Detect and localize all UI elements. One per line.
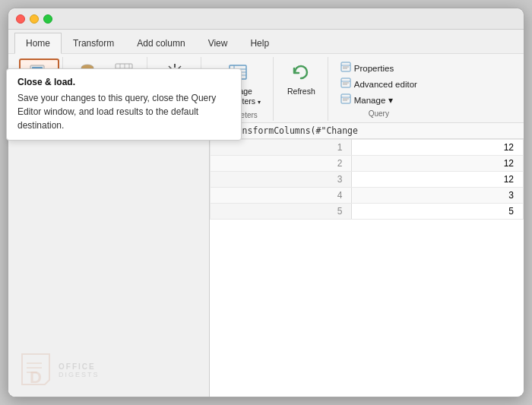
watermark: D OFFICE DIGESTS	[16, 351, 100, 389]
refresh-label: Refresh	[287, 87, 315, 97]
row-value: 5	[352, 204, 524, 220]
svg-text:D: D	[30, 368, 42, 387]
tooltip-description: Save your changes to this query, close t…	[17, 91, 230, 132]
row-number: 2	[211, 156, 352, 172]
ribbon: Home Transform Add column View Help	[8, 30, 524, 123]
table-row: 55	[211, 204, 524, 220]
query-group: Properties Advanced editor	[330, 57, 428, 121]
close-button[interactable]	[16, 14, 25, 24]
row-number: 1	[211, 140, 352, 156]
advanced-editor-icon	[340, 78, 351, 90]
ribbon-tabs: Home Transform Add column View Help	[8, 30, 524, 54]
manage-button[interactable]: Manage ▾	[336, 92, 397, 108]
tab-add-column[interactable]: Add column	[125, 33, 196, 53]
advanced-editor-button[interactable]: Advanced editor	[336, 76, 422, 92]
minimize-button[interactable]	[30, 14, 39, 24]
results-table: 1122123124355	[210, 139, 524, 220]
watermark-office: OFFICE	[59, 362, 100, 371]
row-value: 12	[352, 156, 524, 172]
row-number: 3	[211, 172, 352, 188]
table-row: 112	[211, 140, 524, 156]
tooltip-title: Close & load.	[17, 77, 230, 87]
tab-transform[interactable]: Transform	[62, 33, 125, 53]
main-window: Home Transform Add column View Help	[8, 8, 524, 397]
manage-icon	[340, 93, 351, 106]
maximize-button[interactable]	[43, 14, 52, 24]
watermark-digests: DIGESTS	[59, 371, 100, 378]
title-bar	[8, 8, 524, 30]
data-table: 1122123124355	[210, 139, 524, 397]
refresh-buttons: Refresh	[281, 59, 321, 119]
query-group-label: Query	[369, 109, 389, 118]
properties-icon	[340, 62, 351, 74]
row-value: 3	[352, 188, 524, 204]
refresh-icon	[290, 62, 312, 85]
tab-view[interactable]: View	[197, 33, 239, 53]
tab-help[interactable]: Help	[239, 33, 280, 53]
properties-button[interactable]: Properties	[336, 60, 398, 76]
main-content: = TransformColumns(#"Change 112212312435…	[8, 123, 524, 397]
refresh-group: Refresh	[275, 57, 328, 121]
formula-bar: = TransformColumns(#"Change	[210, 123, 524, 139]
table-row: 43	[211, 188, 524, 204]
traffic-lights	[16, 14, 52, 24]
row-value: 12	[352, 172, 524, 188]
table-row: 212	[211, 156, 524, 172]
row-number: 4	[211, 188, 352, 204]
manage-label: Manage ▾	[354, 95, 393, 106]
row-number: 5	[211, 204, 352, 220]
tab-home[interactable]: Home	[14, 33, 62, 54]
right-panel: = TransformColumns(#"Change 112212312435…	[210, 123, 524, 397]
refresh-button[interactable]: Refresh	[281, 59, 321, 100]
table-row: 312	[211, 172, 524, 188]
advanced-editor-label: Advanced editor	[354, 80, 417, 89]
row-value: 12	[352, 140, 524, 156]
properties-label: Properties	[354, 64, 394, 73]
tooltip-popup: Close & load. Save your changes to this …	[8, 68, 242, 141]
